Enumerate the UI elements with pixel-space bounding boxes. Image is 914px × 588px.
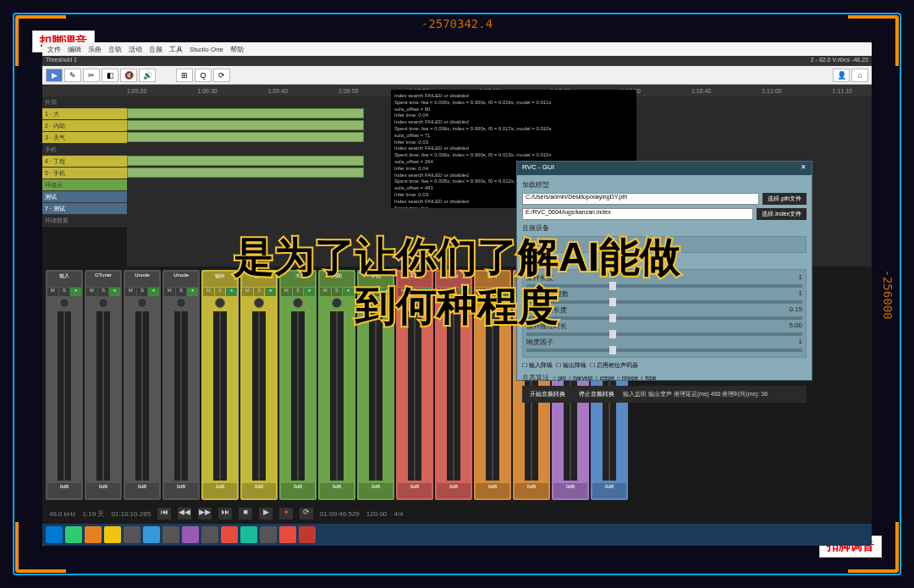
track-panel[interactable]: 外加1 · 大2 · 内助3 · 天气手机4 · 丁程5 · 手机环绕员测试7 … [42,96,127,267]
stop-button[interactable]: ■ [239,508,252,519]
radio[interactable]: ○ fcpe [640,375,656,381]
fader[interactable] [135,311,149,481]
menu-bar[interactable]: 文件编辑乐曲音轨活动音频工具Studio One帮助 [42,42,872,56]
menu-item[interactable]: 音轨 [108,45,122,54]
tool-quantize[interactable]: Q [195,69,212,82]
index-path-input[interactable]: E:/RVC_0604/logs/kanzan.index [522,208,753,220]
loop-button[interactable]: ⟳ [300,508,313,519]
rvc-titlebar[interactable]: RVC - GUI ✕ [517,162,812,175]
menu-item[interactable]: 音频 [149,45,162,54]
fader[interactable] [486,311,499,481]
track-header[interactable]: 4 · 丁程 [42,156,127,168]
toolbar[interactable]: ▶ ✎ ✂ ◧ 🔇 🔊 ⊞ Q ⟳ 👤 ⌂ [42,66,872,85]
fader[interactable] [213,311,227,481]
mixer-channel[interactable]: GTunerMS●0dB [85,270,122,500]
user-icon[interactable]: 👤 [833,69,850,82]
fader[interactable] [447,311,460,481]
track-header[interactable]: 环绕前雾 [42,215,127,227]
stop-button[interactable]: 停止音频转换 [574,388,619,400]
close-icon[interactable]: ✕ [801,163,807,173]
fader[interactable] [252,311,266,481]
track-header[interactable]: 环绕员 [42,179,127,191]
start-button[interactable] [46,526,63,543]
track-header[interactable]: 5 · 手机 [42,168,127,179]
radio[interactable]: ○ rmvpe [616,375,638,381]
tool-cut[interactable]: ✂ [83,69,100,82]
checkbox[interactable]: ☐ 输入降噪 [522,361,553,370]
select-index-button[interactable]: 选择.index文件 [757,208,807,220]
end-button[interactable]: ⏭ [218,508,232,519]
select-pth-button[interactable]: 选择.pth文件 [763,193,807,205]
mixer-channel[interactable]: UnodeMS●0dB [124,270,161,500]
audio-clip[interactable] [127,120,364,130]
fader[interactable] [291,311,305,481]
track-header[interactable]: 7 · 测试 [42,203,127,215]
checkbox[interactable]: ☐ 启用相位声码器 [590,361,638,370]
start-button[interactable]: 开始音频转换 [525,388,570,400]
tool-pointer[interactable]: ▶ [46,69,63,82]
track-header[interactable]: 手机 [42,144,127,156]
menu-item[interactable]: 活动 [129,45,142,54]
menu-item[interactable]: 乐曲 [88,45,102,54]
taskbar-icon[interactable] [299,526,316,543]
fader[interactable] [369,311,383,481]
taskbar-icon[interactable] [201,526,218,543]
rewind-button[interactable]: ⏮ [157,508,171,519]
track-header[interactable]: 3 · 天气 [42,132,127,144]
fader[interactable] [174,311,188,481]
audio-clip[interactable] [127,108,364,118]
tool-speaker[interactable]: 🔊 [139,69,156,82]
taskbar-icon[interactable] [143,526,160,543]
fader[interactable] [408,311,421,481]
taskbar-icon[interactable] [221,526,238,543]
tool-snap[interactable]: ⊞ [176,69,193,82]
menu-item[interactable]: Studio One [190,46,223,53]
slider[interactable] [526,349,802,352]
track-header[interactable]: 外加 [42,96,127,108]
menu-item[interactable]: 文件 [47,45,61,54]
taskbar-icon[interactable] [65,526,82,543]
audio-clip[interactable] [127,132,364,142]
tool-erase[interactable]: ◧ [102,69,118,82]
track-header[interactable]: 2 · 内助 [42,120,127,132]
audio-clip[interactable] [127,168,364,178]
fwd-button[interactable]: ▶▶ [198,508,212,519]
param-row: 响度因子1 [526,338,802,347]
audio-clip[interactable] [127,156,364,166]
taskbar-icon[interactable] [124,526,140,543]
taskbar-icon[interactable] [104,526,121,543]
taskbar-icon[interactable] [85,526,102,543]
taskbar-icon[interactable] [240,526,257,543]
checkbox[interactable]: ☐ 输出降噪 [556,361,586,370]
mixer-channel[interactable]: 输入MS●0dB [46,270,83,500]
radio[interactable]: ○ pm [553,375,566,381]
radio[interactable]: ○ harvest [568,375,592,381]
windows-taskbar[interactable] [42,524,872,546]
taskbar-icon[interactable] [260,526,277,543]
tool-draw[interactable]: ✎ [64,69,81,82]
tool-autoscroll[interactable]: ⟳ [213,69,230,82]
menu-item[interactable]: 编辑 [68,45,81,54]
mixer-channel[interactable]: UnodeMS●0dB [162,270,200,500]
radio[interactable]: ○ crepe [595,375,615,381]
menu-item[interactable]: 帮助 [230,45,244,54]
track-header[interactable]: 测试 [42,191,127,203]
home-icon[interactable]: ⌂ [851,69,868,82]
model-path-input[interactable]: C:/Users/admin/Desktop/xiayingDY.pth [522,193,759,205]
taskbar-icon[interactable] [182,526,199,543]
back-button[interactable]: ◀◀ [178,508,191,519]
slider[interactable] [526,332,802,336]
record-button[interactable]: ● [279,508,293,519]
fader[interactable] [96,311,110,481]
taskbar-icon[interactable] [279,526,296,543]
track-header[interactable]: 1 · 大 [42,108,127,120]
video-caption: 是为了让你们了解AI能做到何种程度 [234,233,680,330]
fader[interactable] [330,311,344,481]
fader[interactable] [58,311,71,481]
play-button[interactable]: ▶ [259,508,273,519]
rvc-checkboxes[interactable]: ☐ 输入降噪 ☐ 输出降噪 ☐ 启用相位声码器 [522,361,807,370]
transport-bar[interactable]: 48.0 kHz 1:19 天 01:10:10.285 ⏮ ◀◀ ▶▶ ⏭ ■… [42,503,872,524]
taskbar-icon[interactable] [162,526,179,543]
menu-item[interactable]: 工具 [169,45,183,54]
tool-mute[interactable]: 🔇 [120,69,137,82]
